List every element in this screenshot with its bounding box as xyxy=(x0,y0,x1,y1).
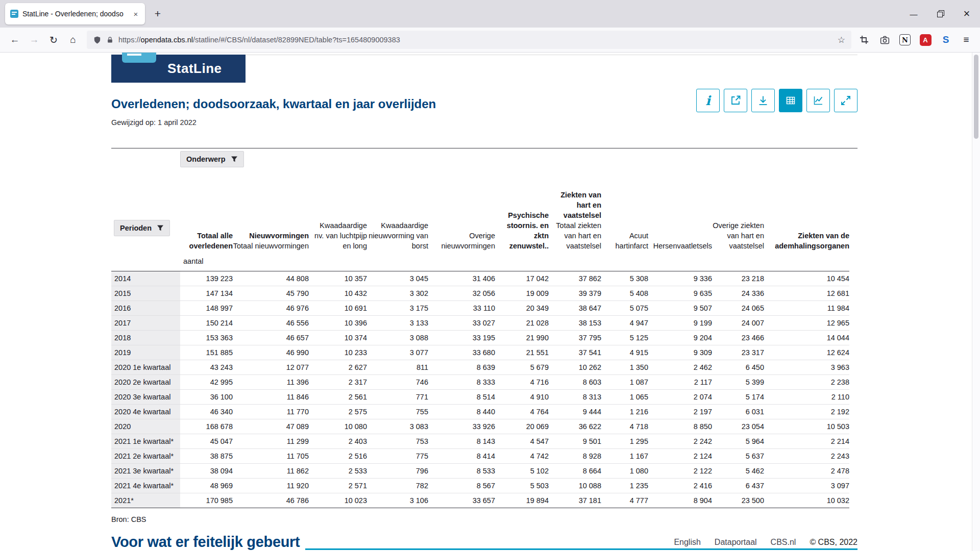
footer-link[interactable]: English xyxy=(674,538,700,547)
cell-value: 2 238 xyxy=(764,375,849,390)
cell-value: 33 680 xyxy=(428,345,495,360)
cell-value: 1 235 xyxy=(601,479,648,493)
forward-button[interactable]: → xyxy=(24,31,44,49)
url-protocol: https:// xyxy=(118,36,141,44)
cell-value: 2 403 xyxy=(309,434,367,449)
new-tab-button[interactable]: + xyxy=(149,5,166,22)
cell-value: 23 466 xyxy=(712,331,764,345)
bookmark-star-icon[interactable]: ☆ xyxy=(838,35,845,45)
screenshot-crop-icon[interactable] xyxy=(855,31,873,48)
table-row: 2017150 21446 55610 3963 13333 02721 028… xyxy=(111,316,849,331)
info-button[interactable]: i xyxy=(696,89,720,112)
cell-value: 4 777 xyxy=(601,493,648,508)
cell-value: 3 175 xyxy=(367,301,428,316)
cell-value: 8 414 xyxy=(428,449,495,464)
page-scrollbar[interactable] xyxy=(972,53,980,551)
cell-value: 10 503 xyxy=(764,419,849,434)
window-controls: — × xyxy=(900,0,980,28)
period-label: 2015 xyxy=(111,286,180,301)
url-bar[interactable]: https://opendata.cbs.nl/statline/#/CBS/n… xyxy=(87,31,851,49)
table-button[interactable] xyxy=(779,89,802,112)
home-button[interactable]: ⌂ xyxy=(63,31,83,49)
table-row: 2020 3e kwartaal36 10011 8462 5617718 51… xyxy=(111,390,849,405)
cell-value: 47 089 xyxy=(233,419,309,434)
period-label: 2020 3e kwartaal xyxy=(111,390,180,405)
period-label: 2021 3e kwartaal* xyxy=(111,464,180,479)
statline-logo-text: StatLine xyxy=(167,61,222,77)
acrobat-extension-icon[interactable]: A xyxy=(917,31,934,48)
chart-button[interactable] xyxy=(806,89,830,112)
filter-funnel-icon xyxy=(231,156,238,163)
tracking-shield-icon[interactable] xyxy=(93,36,102,44)
menu-hamburger-icon[interactable]: ≡ xyxy=(958,31,975,48)
notion-letter: N xyxy=(899,34,911,45)
cell-value: 20 069 xyxy=(495,419,549,434)
table-row: 2021*170 98546 78610 0233 10633 65719 89… xyxy=(111,493,849,508)
period-label: 2020 4e kwartaal xyxy=(111,405,180,419)
scrollbar-thumb[interactable] xyxy=(974,55,978,139)
cell-value: 36 100 xyxy=(180,390,233,405)
cell-value: 33 027 xyxy=(428,316,495,331)
cbs-logo-icon xyxy=(122,53,156,63)
tab-close-icon[interactable]: × xyxy=(131,9,141,19)
column-header: Hersenvaatletsels xyxy=(648,172,712,254)
cell-value: 38 094 xyxy=(180,464,233,479)
cell-value: 150 214 xyxy=(180,316,233,331)
fullscreen-button[interactable] xyxy=(834,89,857,112)
cell-value: 796 xyxy=(367,464,428,479)
statline-logo[interactable]: StatLine xyxy=(111,55,246,83)
column-header: Acuut hartinfarct xyxy=(601,172,648,254)
download-button[interactable] xyxy=(751,89,775,112)
minimize-button[interactable]: — xyxy=(900,0,927,28)
cell-value: 11 299 xyxy=(233,434,309,449)
cell-value: 3 963 xyxy=(764,360,849,375)
cell-value: 2 192 xyxy=(764,405,849,419)
close-window-button[interactable]: × xyxy=(953,0,980,28)
back-button[interactable]: ← xyxy=(5,31,24,49)
footer-link[interactable]: Dataportaal xyxy=(715,538,757,547)
camera-icon[interactable] xyxy=(876,31,893,48)
browser-tab[interactable]: StatLine - Overledenen; doodso × xyxy=(5,3,145,24)
cell-value: 2 243 xyxy=(764,449,849,464)
table-row: 2016148 99746 97610 6913 17533 11020 349… xyxy=(111,301,849,316)
onderwerp-filter-button[interactable]: Onderwerp xyxy=(180,151,244,167)
restore-button[interactable] xyxy=(927,0,953,28)
reload-button[interactable]: ↻ xyxy=(44,31,63,49)
cell-value: 5 399 xyxy=(712,375,764,390)
footer-accent-divider xyxy=(305,548,857,550)
cell-value: 775 xyxy=(367,449,428,464)
cell-value: 11 920 xyxy=(233,479,309,493)
view-toolbar: i xyxy=(696,89,857,112)
perioden-filter-button[interactable]: Perioden xyxy=(114,220,170,236)
lock-icon[interactable] xyxy=(106,36,114,44)
toolbar-extensions: N A S ≡ xyxy=(855,31,975,48)
cell-value: 4 947 xyxy=(601,316,648,331)
cell-value: 5 308 xyxy=(601,271,648,286)
cell-value: 170 985 xyxy=(180,493,233,508)
table-grid-icon xyxy=(785,94,797,107)
footer-link[interactable]: CBS.nl xyxy=(771,538,796,547)
cell-value: 2 478 xyxy=(764,464,849,479)
share-button[interactable] xyxy=(724,89,747,112)
cell-value: 6 031 xyxy=(712,405,764,419)
s-extension-icon[interactable]: S xyxy=(937,31,954,48)
cell-value: 5 125 xyxy=(601,331,648,345)
cell-value: 10 432 xyxy=(309,286,367,301)
cell-value: 12 965 xyxy=(764,316,849,331)
column-header: Kwaadaardige nv. van luchtpijp en long xyxy=(309,172,367,254)
filter-funnel-icon xyxy=(157,224,164,232)
cell-value: 811 xyxy=(367,360,428,375)
cell-value: 10 262 xyxy=(549,360,601,375)
unit-label: aantal xyxy=(180,254,849,271)
cell-value: 46 990 xyxy=(233,345,309,360)
cell-value: 8 440 xyxy=(428,405,495,419)
cell-value: 10 374 xyxy=(309,331,367,345)
cell-value: 3 083 xyxy=(367,419,428,434)
info-icon: i xyxy=(705,94,710,107)
period-label: 2021 2e kwartaal* xyxy=(111,449,180,464)
column-header: Psychische stoornis. en zktn zenuwstel.. xyxy=(495,172,549,254)
cell-value: 2 214 xyxy=(764,434,849,449)
notion-extension-icon[interactable]: N xyxy=(896,31,914,48)
cell-value: 10 454 xyxy=(764,271,849,286)
cell-value: 9 336 xyxy=(648,271,712,286)
